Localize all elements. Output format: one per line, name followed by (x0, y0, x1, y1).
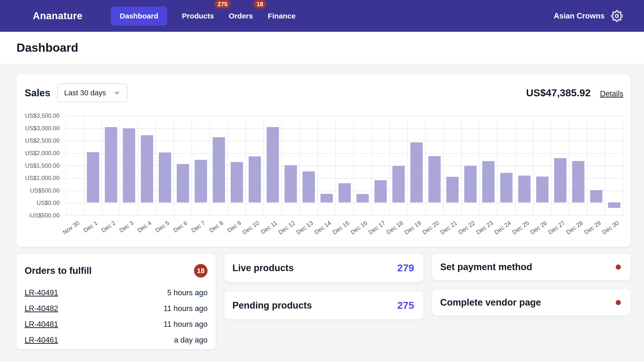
y-axis-tick-label: -US$500.00 (28, 212, 60, 219)
complete-vendor-page-card[interactable]: Complete vendor page (432, 289, 631, 316)
x-axis-tick-label: Dec 3 (118, 220, 134, 234)
x-axis-tick-label: Dec 21 (439, 220, 458, 236)
nav-item-dashboard[interactable]: Dashboard (111, 6, 167, 26)
nav-item-products[interactable]: Products 275 (182, 6, 214, 26)
y-axis-tick-label: US$2,000.00 (25, 150, 60, 156)
chart-column (156, 116, 174, 215)
chart-x-axis: Nov 30Dec 1Dec 2Dec 3Dec 4Dec 5Dec 6Dec … (66, 216, 623, 244)
chart-column (335, 116, 353, 215)
nav-item-label: Products (182, 12, 214, 20)
y-axis-tick-label: US$1,500.00 (25, 162, 60, 169)
stat-label: Live products (232, 263, 294, 273)
chart-bar-dec-1 (87, 152, 99, 203)
x-axis-tick-label: Dec 5 (154, 220, 170, 234)
stat-label: Pending products (232, 300, 312, 311)
order-time: 5 hours ago (167, 288, 208, 297)
x-axis-tick-label: Dec 25 (511, 220, 530, 236)
chart-bar-dec-21 (446, 177, 459, 203)
chart-bar-dec-2 (105, 127, 117, 203)
date-range-value: Last 30 days (64, 89, 106, 97)
nav-item-label: Finance (268, 12, 296, 20)
order-row: LR-40482 11 hours ago (24, 301, 208, 316)
sales-bar-chart: US$3,500.00US$3,000.00US$2,500.00US$2,00… (24, 116, 623, 244)
order-link[interactable]: LR-40461 (24, 336, 58, 344)
orders-count-badge: 18 (253, 0, 266, 8)
chart-bar-dec-22 (464, 166, 476, 202)
chart-bar-dec-27 (554, 158, 566, 203)
chart-bar-dec-25 (518, 176, 530, 203)
chart-bar-dec-30 (608, 202, 620, 208)
chart-bar-dec-7 (195, 160, 207, 203)
chart-bar-dec-10 (249, 156, 261, 203)
x-axis-tick-label: Dec 15 (331, 220, 350, 236)
x-axis-tick-label: Dec 13 (295, 220, 314, 236)
chart-column (353, 116, 371, 215)
chart-column (228, 116, 246, 215)
orders-card-title: Orders to fulfill (24, 266, 92, 276)
chart-column (587, 116, 605, 215)
date-range-dropdown[interactable]: Last 30 days (57, 84, 127, 102)
sales-total: US$47,385.92 (526, 87, 590, 99)
pending-products-count: 275 (397, 300, 414, 311)
x-axis-tick-label: Dec 24 (493, 220, 512, 236)
chart-bar-dec-23 (482, 161, 494, 202)
x-axis-tick-label: Dec 20 (421, 220, 440, 236)
main-content: Sales Last 30 days US$47,385.92 Details … (0, 64, 644, 349)
chart-column (84, 116, 102, 215)
chart-column (264, 116, 282, 215)
gear-icon[interactable] (611, 10, 623, 22)
chart-bar-dec-8 (213, 137, 225, 202)
chart-bar-dec-20 (428, 156, 441, 202)
y-axis-tick-label: US$500.00 (30, 187, 60, 194)
products-count-badge: 275 (214, 0, 231, 8)
y-axis-tick-label: US$3,000.00 (25, 125, 60, 132)
stats-column: Live products 279 Pending products 275 (224, 254, 424, 349)
chart-column (299, 116, 317, 215)
x-axis-tick-label: Dec 8 (208, 220, 224, 234)
chart-column (461, 116, 479, 215)
nav-item-finance[interactable]: Finance (268, 6, 296, 26)
set-payment-method-card[interactable]: Set payment method (432, 254, 631, 280)
chart-column (605, 116, 623, 215)
task-label: Set payment method (440, 262, 532, 272)
orders-to-fulfill-card: Orders to fulfill 18 LR-40491 5 hours ag… (16, 254, 216, 349)
order-link[interactable]: LR-40491 (24, 288, 58, 297)
order-link[interactable]: LR-40482 (24, 304, 58, 313)
y-axis-tick-label: US$1,000.00 (25, 174, 60, 182)
chart-column (515, 116, 533, 215)
chart-column (533, 116, 551, 215)
chart-column (551, 116, 569, 215)
brand-logo: Ananature (33, 10, 82, 22)
chart-column (317, 116, 335, 215)
chart-y-axis: US$3,500.00US$3,000.00US$2,500.00US$2,00… (24, 116, 66, 216)
nav-item-orders[interactable]: Orders 18 (229, 6, 253, 26)
chart-bar-dec-11 (266, 127, 279, 203)
order-row: LR-40491 5 hours ago (24, 285, 208, 301)
y-axis-tick-label: US$2,500.00 (25, 137, 60, 144)
y-axis-tick-label: US$3,500.00 (25, 112, 60, 119)
account-name: Asian Crowns (554, 12, 604, 20)
order-time: 11 hours ago (164, 304, 208, 313)
x-axis-tick-label: Dec 12 (277, 220, 296, 236)
x-axis-tick-label: Dec 29 (583, 220, 602, 236)
chart-plot (66, 116, 623, 216)
chart-bar-dec-12 (284, 165, 297, 203)
chart-bar-dec-29 (590, 190, 602, 203)
chart-column (479, 116, 497, 215)
x-axis-tick-label: Dec 28 (565, 220, 584, 236)
order-link[interactable]: LR-40481 (24, 320, 58, 329)
order-row: LR-40481 11 hours ago (24, 316, 208, 332)
x-axis-tick-label: Dec 23 (475, 220, 494, 236)
nav-right: Asian Crowns (554, 10, 623, 22)
x-axis-tick-label: Dec 27 (547, 220, 566, 236)
alert-dot-icon (616, 264, 621, 270)
chart-column (569, 116, 587, 215)
nav-item-label: Orders (229, 12, 253, 20)
page-title: Dashboard (16, 41, 78, 54)
order-time: 11 hours ago (164, 320, 208, 329)
chart-column (210, 116, 228, 215)
orders-fulfill-badge: 18 (194, 264, 208, 278)
details-link[interactable]: Details (600, 90, 623, 98)
x-axis-tick-label: Dec 19 (403, 220, 422, 236)
chart-column (425, 116, 443, 215)
